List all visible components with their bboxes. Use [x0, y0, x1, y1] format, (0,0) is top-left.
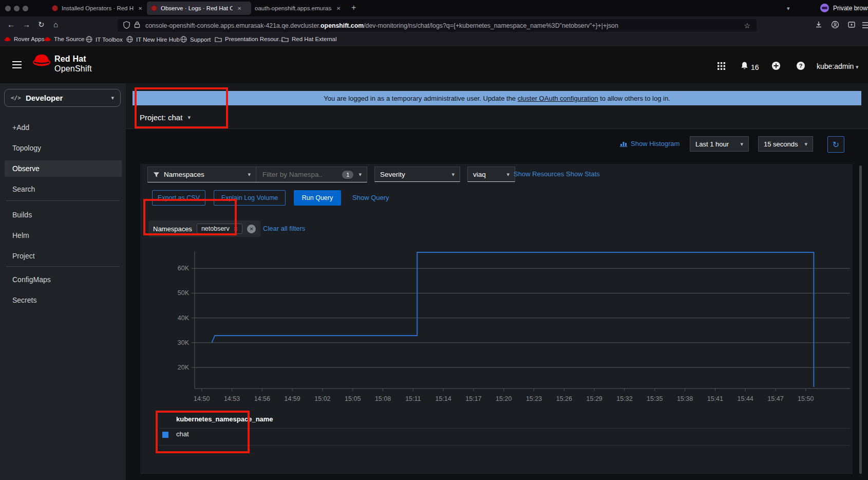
browser-tab-observe-logs[interactable]: Observe · Logs · Red Hat OpenS ✕	[147, 2, 251, 15]
sidebar-item-project[interactable]: Project	[0, 248, 126, 264]
bookmark-support[interactable]: Support	[180, 36, 211, 43]
bookmark-the-source[interactable]: The Source	[44, 36, 84, 42]
window-minimize-button[interactable]	[14, 6, 20, 11]
page-scrollbar[interactable]	[859, 165, 862, 474]
sidebar-item-secrets[interactable]: Secrets	[0, 292, 126, 308]
home-icon[interactable]: ⌂	[53, 20, 58, 29]
url-bar[interactable]: console-openshift-console.apps.emurasak-…	[118, 19, 757, 32]
severity-select[interactable]: Severity ▾	[374, 167, 460, 182]
forward-icon[interactable]: →	[23, 20, 30, 29]
folder-icon	[215, 36, 222, 42]
sidebar-item-builds[interactable]: Builds	[0, 207, 126, 223]
svg-text:15:20: 15:20	[496, 395, 512, 402]
help-icon[interactable]: ?	[796, 61, 805, 72]
show-resources-link[interactable]: Show Resources	[514, 170, 564, 178]
oauth-config-link[interactable]: cluster OAuth configuration	[518, 95, 598, 102]
redhat-icon	[44, 36, 51, 42]
svg-text:15:29: 15:29	[587, 395, 602, 402]
sidebar-item-helm[interactable]: Helm	[0, 227, 126, 244]
new-tab-button[interactable]: +	[351, 3, 356, 12]
bookmark-presentation-resources[interactable]: Presentation Resour...	[215, 36, 284, 42]
bookmark-it-toolbox[interactable]: IT Toolbox	[86, 36, 123, 43]
legend-series-label[interactable]: chat	[176, 430, 189, 438]
project-dropdown[interactable]: Project: chat ▾	[140, 110, 191, 124]
banner-text: You are logged in as a temporary adminis…	[324, 95, 517, 102]
remove-chip-icon[interactable]: ✕	[234, 226, 238, 232]
legend-divider	[159, 428, 850, 429]
bookmark-it-new-hire-hub[interactable]: IT New Hire Hub	[126, 36, 180, 43]
filter-value-input[interactable]	[261, 170, 324, 179]
bookmarks-bar: Rover Apps The Source IT Toolbox IT New …	[0, 34, 868, 46]
list-all-tabs-icon[interactable]: ▾	[787, 5, 790, 12]
show-histogram-link[interactable]: Show Histogram	[620, 140, 680, 147]
svg-text:20K: 20K	[178, 364, 190, 371]
download-icon[interactable]	[815, 21, 823, 31]
close-tab-icon[interactable]: ✕	[336, 6, 341, 11]
perspective-switcher[interactable]: </> Developer ▾	[4, 89, 121, 107]
bookmark-red-hat-external[interactable]: Red Hat External	[281, 36, 337, 42]
logs-card: Namespaces ▾ 1 ▾ Severity ▾ viaq	[140, 164, 853, 474]
redhat-favicon-icon	[151, 5, 157, 11]
explain-log-volume-button[interactable]: Explain Log Volume	[214, 190, 286, 206]
filter-value-field[interactable]: 1 ▾	[256, 167, 367, 182]
close-tab-icon[interactable]: ✕	[138, 6, 142, 11]
clear-all-filters-link[interactable]: Clear all filters	[263, 225, 305, 232]
user-menu[interactable]: kube:admin	[817, 62, 854, 70]
private-browsing-label: Private browsing	[833, 5, 868, 12]
export-csv-button[interactable]: Export as CSV	[152, 190, 205, 206]
svg-text:14:59: 14:59	[284, 395, 300, 402]
back-icon[interactable]: ←	[7, 20, 15, 29]
svg-text:15:32: 15:32	[616, 395, 632, 402]
close-tab-icon[interactable]: ✕	[237, 6, 241, 11]
bookmark-rover-apps[interactable]: Rover Apps	[4, 36, 44, 42]
refresh-interval-select[interactable]: 15 seconds ▾	[758, 136, 813, 152]
extensions-icon[interactable]	[847, 21, 856, 31]
close-chip-group-icon[interactable]: ✕	[247, 225, 256, 233]
page-header-strip	[126, 83, 868, 128]
chevron-down-icon[interactable]: ▾	[358, 171, 362, 178]
bookmark-star-icon[interactable]: ☆	[744, 22, 750, 30]
window-zoom-button[interactable]	[23, 6, 28, 11]
svg-text:50K: 50K	[178, 289, 190, 297]
histogram-icon	[620, 140, 627, 147]
lock-icon[interactable]	[134, 21, 140, 30]
sidebar-item-add[interactable]: +Add	[0, 119, 126, 136]
refresh-button[interactable]: ↻	[827, 136, 844, 153]
svg-text:15:47: 15:47	[767, 395, 783, 402]
account-icon[interactable]	[831, 21, 839, 31]
time-range-select[interactable]: Last 1 hour ▾	[690, 136, 749, 152]
shield-icon[interactable]	[123, 21, 130, 30]
sidebar-item-configmaps[interactable]: ConfigMaps	[0, 271, 126, 288]
app-menu-icon[interactable]	[862, 22, 868, 31]
show-stats-link[interactable]: Show Stats	[566, 170, 600, 178]
show-query-link[interactable]: Show Query	[352, 194, 389, 201]
bookmark-label: Red Hat External	[292, 36, 337, 42]
notifications-bell-icon[interactable]	[740, 61, 749, 72]
browser-tab-installed-operators[interactable]: Installed Operators · Red Hat Op ✕	[48, 2, 147, 15]
perspective-caret-icon: ▾	[111, 95, 114, 101]
sidebar-item-search[interactable]: Search	[0, 181, 126, 197]
nav-toggle-icon[interactable]	[12, 61, 22, 70]
bookmark-label: IT New Hire Hub	[136, 36, 180, 43]
redhat-logo-icon	[32, 53, 51, 69]
netobserv-chip: netobserv ✕	[197, 224, 242, 234]
attribute-dropdown[interactable]: Namespaces ▾	[148, 167, 256, 182]
sidebar-item-topology[interactable]: Topology	[0, 140, 126, 156]
quick-create-plus-icon[interactable]	[771, 61, 781, 72]
button-label: Run Query	[302, 194, 333, 201]
user-menu-caret-icon: ▾	[856, 64, 859, 70]
sidebar-divider	[6, 200, 120, 201]
app-launcher-icon[interactable]	[718, 62, 725, 72]
legend-swatch[interactable]	[162, 432, 168, 438]
project-label: Project: chat	[140, 113, 182, 122]
run-query-button[interactable]: Run Query	[294, 190, 341, 206]
reload-icon[interactable]: ↻	[38, 20, 45, 29]
redhat-icon	[4, 36, 11, 42]
sidebar-item-observe[interactable]: Observe	[5, 160, 122, 177]
svg-text:14:50: 14:50	[194, 395, 210, 402]
format-select[interactable]: viaq ▾	[467, 167, 515, 182]
private-browsing-icon	[820, 4, 829, 12]
browser-tab-oauth[interactable]: oauth-openshift.apps.emurasak-42 ✕	[251, 2, 352, 15]
window-close-button[interactable]	[5, 6, 11, 11]
sidebar-item-label: Builds	[12, 211, 32, 219]
